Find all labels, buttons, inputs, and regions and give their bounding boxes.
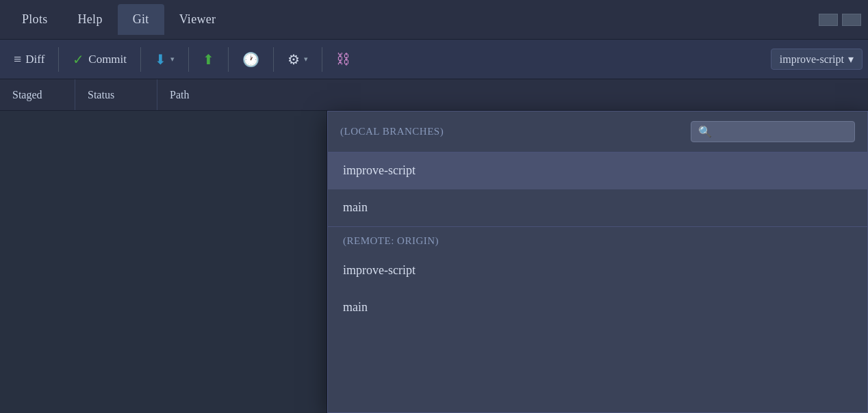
push-up-icon: ⬆ bbox=[203, 51, 214, 68]
local-branch-improve-script[interactable]: improve-script bbox=[328, 152, 867, 189]
separator-3 bbox=[188, 47, 189, 72]
commit-check-icon: ✓ bbox=[73, 51, 84, 68]
search-icon: 🔍 bbox=[698, 125, 712, 138]
local-branch-main[interactable]: main bbox=[328, 189, 867, 226]
status-label: Status bbox=[88, 89, 114, 101]
local-branches-label: (LOCAL BRANCHES) bbox=[340, 126, 444, 137]
branch-name-main-remote: main bbox=[343, 300, 368, 314]
toolbar: ≡ Diff ✓ Commit ⬇ ▾ ⬆ 🕐 ⚙ ▾ ⛓ improve-sc… bbox=[0, 40, 868, 79]
column-headers: Staged Status Path bbox=[0, 79, 868, 111]
path-label: Path bbox=[170, 89, 189, 101]
branch-dropdown: (LOCAL BRANCHES) 🔍 improve-script main (… bbox=[327, 111, 868, 413]
staged-label: Staged bbox=[12, 89, 42, 101]
tab-plots[interactable]: Plots bbox=[7, 4, 63, 35]
tab-help[interactable]: Help bbox=[63, 4, 118, 35]
dropdown-local-header: (LOCAL BRANCHES) 🔍 bbox=[328, 111, 867, 152]
settings-button[interactable]: ⚙ ▾ bbox=[279, 47, 316, 72]
file-list bbox=[0, 111, 327, 413]
remote-branches-label: (REMOTE: ORIGIN) bbox=[343, 235, 439, 246]
branch-name: improve-script bbox=[780, 53, 844, 66]
diff-button[interactable]: ≡ Diff bbox=[5, 47, 53, 71]
gear-icon: ⚙ bbox=[288, 51, 300, 68]
separator-5 bbox=[273, 47, 274, 72]
graph-icon: ⛓ bbox=[336, 51, 350, 67]
status-column-header[interactable]: Status bbox=[75, 79, 157, 110]
separator-1 bbox=[58, 47, 59, 72]
remote-section-header: (REMOTE: ORIGIN) bbox=[328, 226, 867, 252]
tab-viewer[interactable]: Viewer bbox=[164, 4, 231, 35]
menu-tabs: Plots Help Git Viewer bbox=[7, 4, 231, 35]
separator-6 bbox=[322, 47, 322, 72]
clock-icon: 🕐 bbox=[242, 51, 259, 68]
push-button[interactable]: ⬆ bbox=[194, 47, 222, 72]
branch-name-improve-script-local: improve-script bbox=[343, 163, 416, 177]
branch-dropdown-arrow-icon: ▾ bbox=[848, 53, 854, 66]
branch-name-improve-script-remote: improve-script bbox=[343, 263, 416, 277]
history-button[interactable]: 🕐 bbox=[234, 47, 268, 72]
diff-icon: ≡ bbox=[14, 51, 21, 67]
staged-column-header[interactable]: Staged bbox=[0, 79, 75, 110]
branch-search-input[interactable] bbox=[716, 126, 847, 137]
diff-label: Diff bbox=[25, 53, 44, 66]
window-controls bbox=[819, 14, 861, 26]
maximize-button[interactable] bbox=[842, 14, 861, 26]
separator-4 bbox=[228, 47, 229, 72]
pull-button[interactable]: ⬇ ▾ bbox=[146, 47, 183, 72]
main-area: (LOCAL BRANCHES) 🔍 improve-script main (… bbox=[0, 111, 868, 413]
remote-branch-improve-script[interactable]: improve-script bbox=[328, 252, 867, 289]
settings-dropdown-arrow: ▾ bbox=[304, 55, 308, 64]
separator-2 bbox=[140, 47, 141, 72]
branch-selector[interactable]: improve-script ▾ bbox=[771, 49, 863, 70]
branch-name-main-local: main bbox=[343, 200, 368, 214]
menu-bar: Plots Help Git Viewer bbox=[0, 0, 868, 40]
commit-label: Commit bbox=[88, 53, 127, 66]
path-column-header[interactable]: Path bbox=[157, 79, 868, 110]
graph-button[interactable]: ⛓ bbox=[328, 47, 358, 71]
minimize-button[interactable] bbox=[819, 14, 838, 26]
branch-search-box[interactable]: 🔍 bbox=[691, 121, 855, 142]
tab-git[interactable]: Git bbox=[118, 4, 164, 35]
remote-branch-main[interactable]: main bbox=[328, 289, 867, 326]
pull-dropdown-arrow: ▾ bbox=[170, 55, 175, 64]
commit-button[interactable]: ✓ Commit bbox=[64, 47, 135, 72]
pull-down-icon: ⬇ bbox=[155, 51, 166, 68]
